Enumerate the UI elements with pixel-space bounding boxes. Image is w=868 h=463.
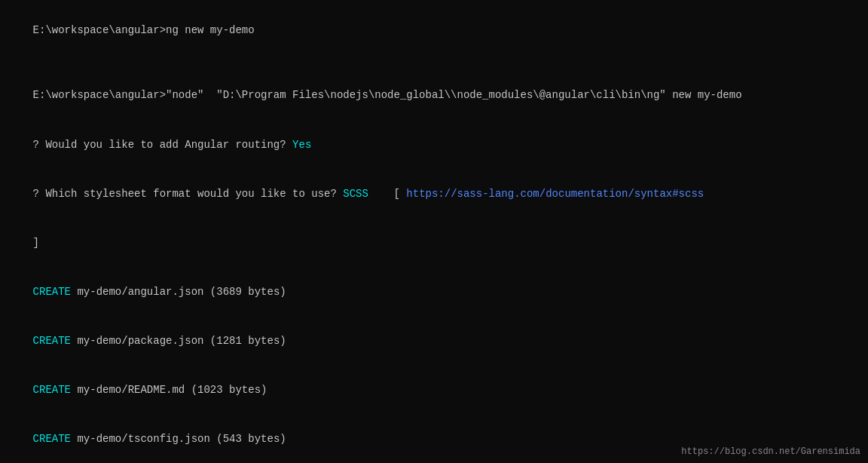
create-label-4: CREATE (33, 433, 71, 445)
stylesheet-question: ? Which stylesheet format would you like (33, 188, 292, 200)
create-path-1: my-demo/angular.json (3689 bytes) (71, 286, 286, 298)
create-path-2: my-demo/package.json (1281 bytes) (71, 335, 286, 347)
scss-answer: SCSS (343, 188, 368, 200)
create-label-3: CREATE (33, 384, 71, 396)
terminal-line-1: E:\workspace\angular>ng new my-demo (8, 6, 860, 55)
terminal-line-blank (8, 55, 860, 72)
stylesheet-question-use: use? (305, 188, 343, 200)
terminal-line-routing: ? Would you like to add Angular routing?… (8, 121, 860, 170)
terminal-line-stylesheet: ? Which stylesheet format would you like… (8, 170, 860, 219)
terminal-line-bracket: ] (8, 219, 860, 268)
watermark-text: https://blog.csdn.net/Garensimida (681, 446, 860, 457)
create-label-2: CREATE (33, 335, 71, 347)
create-path-3: my-demo/README.md (1023 bytes) (71, 384, 267, 396)
terminal-line-node: E:\workspace\angular>"node" "D:\Program … (8, 72, 860, 121)
bracket-close: ] (33, 237, 39, 249)
prompt-text: E:\workspace\angular>ng new my-demo (33, 24, 255, 36)
create-path-4: my-demo/tsconfig.json (543 bytes) (71, 433, 286, 445)
scss-url: https://sass-lang.com/documentation/synt… (406, 188, 704, 200)
terminal-line-create-2: CREATE my-demo/package.json (1281 bytes) (8, 317, 860, 366)
url-bracket-open: [ (368, 188, 406, 200)
stylesheet-question-to: to (292, 188, 305, 200)
routing-question: ? Would you like to add Angular routing? (33, 139, 292, 151)
create-label-1: CREATE (33, 286, 71, 298)
routing-answer: Yes (292, 139, 311, 151)
node-command: E:\workspace\angular>"node" "D:\Program … (33, 89, 742, 101)
terminal-line-create-3: CREATE my-demo/README.md (1023 bytes) (8, 366, 860, 415)
terminal-window: E:\workspace\angular>ng new my-demo E:\w… (0, 0, 868, 463)
terminal-line-create-1: CREATE my-demo/angular.json (3689 bytes) (8, 268, 860, 317)
